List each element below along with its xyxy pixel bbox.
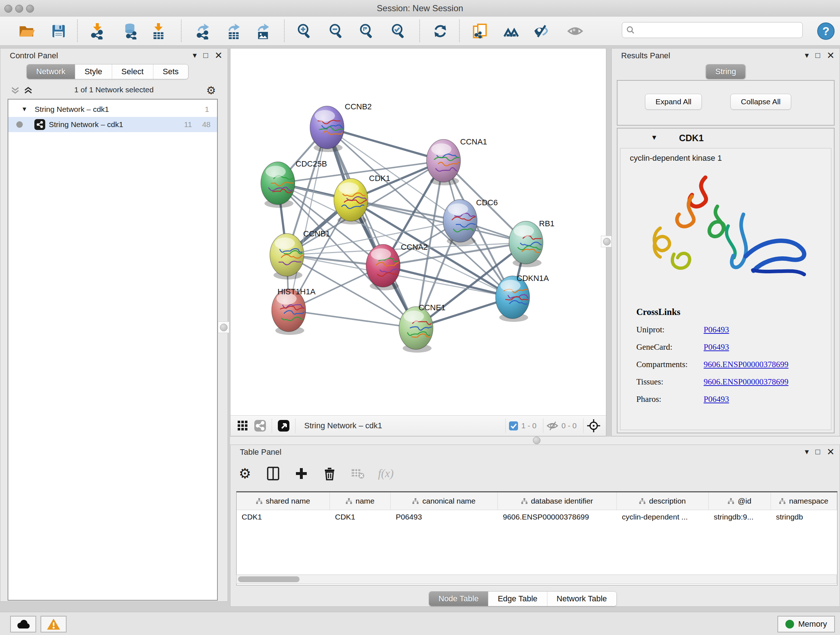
- crosslink-link[interactable]: P06493: [704, 325, 729, 334]
- new-network-from-selection-button[interactable]: [469, 20, 491, 42]
- network-options-gear-icon[interactable]: ⚙: [206, 84, 216, 97]
- table-cell[interactable]: stringdb:9...: [709, 510, 771, 524]
- network-edge[interactable]: [289, 310, 416, 328]
- horizontal-splitter[interactable]: [230, 436, 840, 445]
- panel-float-icon[interactable]: ▾: [805, 447, 809, 456]
- add-column-icon[interactable]: [294, 466, 309, 481]
- zoom-fit-button[interactable]: [355, 20, 378, 42]
- table-cell[interactable]: 9606.ENSP00000378699: [498, 510, 617, 524]
- import-network-file-button[interactable]: [86, 20, 109, 42]
- network-node-ccnb2[interactable]: CCNB2: [310, 102, 372, 152]
- network-node-ccna1[interactable]: CCNA1: [426, 137, 487, 185]
- panel-close-icon[interactable]: ✕: [827, 447, 835, 456]
- cloud-status-button[interactable]: [10, 616, 36, 632]
- entry-header[interactable]: ▼ CDK1: [617, 128, 834, 147]
- panel-close-icon[interactable]: ✕: [827, 51, 835, 60]
- panel-maximize-icon[interactable]: □: [815, 51, 820, 60]
- crosslink-link[interactable]: 9606.ENSP00000378699: [704, 377, 789, 386]
- import-table-button[interactable]: [147, 20, 170, 42]
- table-cell[interactable]: P06493: [391, 510, 498, 524]
- network-canvas[interactable]: CCNB2CCNA1CDC25BCDK1CDC6RB1CCNB1CCNA2CDK…: [231, 49, 606, 416]
- collapse-all-button[interactable]: Collapse All: [730, 94, 791, 110]
- first-neighbors-button[interactable]: [500, 20, 523, 42]
- column-header-database-identifier[interactable]: database identifier: [498, 492, 617, 510]
- table-cell[interactable]: CDK1: [330, 510, 391, 524]
- column-header-canonical-name[interactable]: canonical name: [391, 492, 498, 510]
- left-splitter-handle[interactable]: [218, 321, 229, 333]
- export-table-button[interactable]: [223, 20, 245, 42]
- tab-style[interactable]: Style: [75, 65, 112, 79]
- crosslink-link[interactable]: P06493: [704, 342, 729, 352]
- hidden-eye-icon[interactable]: [546, 420, 559, 431]
- tab-network-table[interactable]: Network Table: [547, 592, 616, 606]
- show-columns-icon[interactable]: [265, 466, 281, 481]
- collection-expander-icon[interactable]: ▼: [21, 106, 27, 113]
- network-view-mode-button[interactable]: [251, 418, 269, 434]
- panel-float-icon[interactable]: ▾: [193, 51, 197, 60]
- tab-select[interactable]: Select: [112, 65, 153, 79]
- network-node-hist1h1a[interactable]: HIST1H1A: [272, 287, 316, 335]
- window-close-button[interactable]: [4, 5, 12, 13]
- network-node-ccne1[interactable]: CCNE1: [399, 303, 446, 353]
- table-cell[interactable]: cyclin-dependent ...: [617, 510, 709, 524]
- column-header--id[interactable]: @id: [709, 492, 771, 510]
- refresh-button[interactable]: [429, 20, 452, 42]
- export-image-button[interactable]: [252, 20, 274, 42]
- fit-selected-crosshair-icon[interactable]: [586, 418, 601, 433]
- entry-expander-icon[interactable]: ▼: [651, 134, 658, 141]
- tab-string[interactable]: String: [706, 65, 745, 79]
- hide-selected-button[interactable]: [530, 20, 553, 42]
- table-cell[interactable]: CDK1: [237, 510, 330, 524]
- delete-column-trash-icon[interactable]: [322, 466, 338, 481]
- tab-network[interactable]: Network: [27, 65, 75, 79]
- table-horizontal-scrollbar[interactable]: [236, 575, 837, 584]
- import-network-database-button[interactable]: [119, 20, 142, 42]
- window-minimize-button[interactable]: [15, 5, 23, 13]
- panel-maximize-icon[interactable]: □: [203, 51, 208, 60]
- network-node-cdk1[interactable]: CDK1: [334, 174, 390, 225]
- crosslink-link[interactable]: 9606.ENSP00000378699: [704, 360, 789, 369]
- network-node-cdc6[interactable]: CDC6: [443, 198, 498, 245]
- birdseye-view-button[interactable]: [275, 418, 292, 434]
- network-graph[interactable]: CCNB2CCNA1CDC25BCDK1CDC6RB1CCNB1CCNA2CDK…: [231, 49, 606, 416]
- network-row-selected[interactable]: String Network – cdk1 11 48: [8, 117, 217, 132]
- crosslink-link[interactable]: P06493: [704, 394, 729, 404]
- show-all-button[interactable]: [564, 20, 586, 42]
- panel-float-icon[interactable]: ▾: [805, 51, 809, 60]
- grid-mode-button[interactable]: [234, 418, 251, 434]
- table-options-gear-icon[interactable]: ⚙: [237, 466, 253, 481]
- bottom-splitter-handle[interactable]: [531, 435, 542, 446]
- window-zoom-button[interactable]: [26, 5, 34, 13]
- column-header-name[interactable]: name: [330, 492, 391, 510]
- tab-sets[interactable]: Sets: [153, 65, 188, 79]
- table-row[interactable]: CDK1CDK1P064939606.ENSP00000378699cyclin…: [237, 510, 837, 524]
- table-cell[interactable]: stringdb: [771, 510, 837, 524]
- scrollbar-thumb[interactable]: [238, 576, 300, 582]
- memory-button[interactable]: Memory: [777, 616, 835, 632]
- network-edge[interactable]: [289, 127, 327, 310]
- search-input[interactable]: [638, 26, 802, 35]
- tab-node-table[interactable]: Node Table: [429, 592, 488, 606]
- warnings-button[interactable]: [41, 616, 66, 632]
- help-button[interactable]: ?: [815, 20, 837, 42]
- network-node-cdkn1a[interactable]: CDKN1A: [496, 274, 549, 322]
- network-edge[interactable]: [327, 127, 416, 328]
- tab-edge-table[interactable]: Edge Table: [488, 592, 547, 606]
- export-network-button[interactable]: [192, 20, 214, 42]
- zoom-selected-button[interactable]: [387, 20, 410, 42]
- panel-maximize-icon[interactable]: □: [815, 447, 820, 456]
- network-node-rb1[interactable]: RB1: [509, 219, 554, 267]
- selected-checkbox-icon[interactable]: [508, 421, 518, 431]
- network-collection-row[interactable]: ▼ String Network – cdk1 1: [8, 102, 217, 117]
- expand-all-button[interactable]: Expand All: [645, 94, 702, 110]
- column-header-namespace[interactable]: namespace: [771, 492, 837, 510]
- network-node-ccnb1[interactable]: CCNB1: [270, 229, 330, 279]
- right-splitter-handle[interactable]: [601, 236, 613, 247]
- column-header-shared-name[interactable]: shared name: [237, 492, 330, 510]
- panel-close-icon[interactable]: ✕: [215, 51, 223, 60]
- open-file-button[interactable]: [15, 20, 38, 42]
- column-header-description[interactable]: description: [617, 492, 709, 510]
- save-session-button[interactable]: [47, 20, 70, 42]
- zoom-in-button[interactable]: [294, 20, 316, 42]
- search-box[interactable]: [622, 22, 803, 38]
